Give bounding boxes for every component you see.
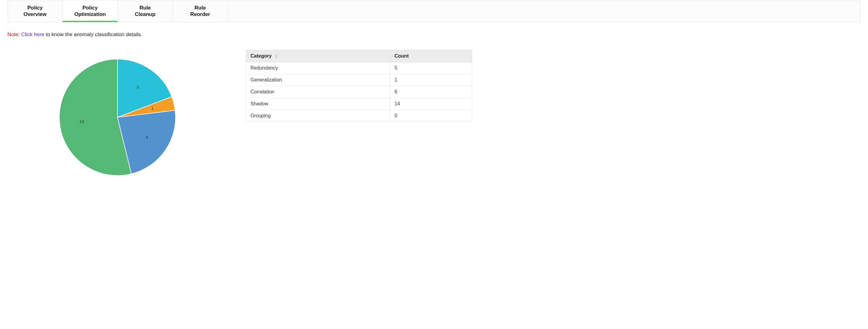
tabs-bar: Policy OverviewPolicy OptimizationRule C… bbox=[7, 0, 861, 22]
pie-label: 5 bbox=[137, 85, 139, 89]
cell-count: 14 bbox=[390, 98, 472, 110]
pie-label: 1 bbox=[151, 106, 154, 111]
table-row[interactable]: Redundancy5 bbox=[246, 62, 472, 74]
cell-category: Correlation bbox=[246, 86, 390, 98]
cell-count: 0 bbox=[390, 110, 472, 121]
table-row[interactable]: Grouping0 bbox=[246, 110, 472, 121]
cell-category: Shadow bbox=[246, 98, 390, 110]
th-count-label: Count bbox=[395, 53, 409, 58]
table-row[interactable]: Shadow14 bbox=[246, 98, 472, 110]
table-row[interactable]: Correlation6 bbox=[246, 86, 472, 98]
cell-category: Generalization bbox=[246, 74, 390, 86]
note-rest: to know the anomaly classification detai… bbox=[46, 32, 143, 37]
cell-count: 6 bbox=[390, 86, 472, 98]
sort-icon: ▲▼ bbox=[275, 54, 278, 58]
tab-policy-overview[interactable]: Policy Overview bbox=[8, 0, 63, 22]
th-count[interactable]: Count bbox=[390, 50, 472, 62]
cell-count: 1 bbox=[390, 74, 472, 86]
cell-category: Grouping bbox=[246, 110, 390, 121]
note-label: Note: bbox=[7, 32, 20, 37]
tab-rule-cleanup[interactable]: Rule Cleanup bbox=[118, 0, 173, 22]
anomaly-note: Note: Click here to know the anomaly cla… bbox=[7, 32, 861, 38]
table-row[interactable]: Generalization1 bbox=[246, 74, 472, 86]
th-category-label: Category bbox=[250, 53, 272, 58]
pie-chart-container: 51614 bbox=[7, 50, 227, 179]
th-category[interactable]: Category ▲▼ bbox=[246, 50, 390, 62]
tab-policy-optimization[interactable]: Policy Optimization bbox=[63, 0, 118, 22]
cell-count: 5 bbox=[390, 62, 472, 74]
anomaly-table: Category ▲▼ Count Redundancy5Generalizat… bbox=[246, 50, 472, 122]
anomaly-details-link[interactable]: Click here bbox=[21, 32, 44, 37]
pie-label: 6 bbox=[146, 135, 148, 140]
cell-category: Redundancy bbox=[246, 62, 390, 74]
anomaly-pie-chart: 51614 bbox=[56, 56, 179, 179]
tab-rule-reorder[interactable]: Rule Reorder bbox=[173, 0, 228, 22]
pie-label: 14 bbox=[80, 119, 84, 124]
